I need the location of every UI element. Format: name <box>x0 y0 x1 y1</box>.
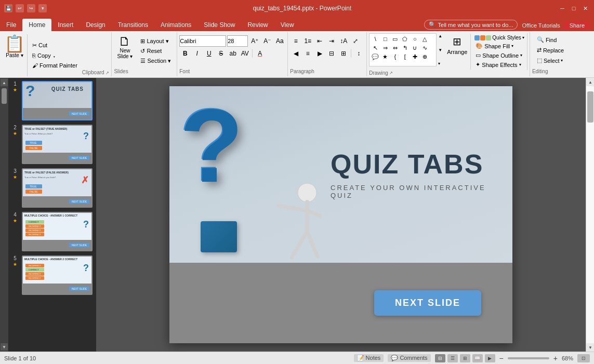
maximize-btn[interactable]: □ <box>569 4 578 13</box>
italic-btn[interactable]: I <box>191 48 203 59</box>
zoom-out-icon[interactable]: − <box>499 354 504 362</box>
zoom-slider[interactable] <box>508 357 549 359</box>
thumb-scroll-down[interactable]: ▼ <box>1 343 8 350</box>
tab-file[interactable]: File <box>0 19 22 31</box>
shape-rect-btn[interactable]: □ <box>380 35 390 43</box>
shape-arrow-btn[interactable]: ↖ <box>371 44 380 52</box>
slide-thumb-2[interactable]: 2 ★ TRUE or FALSE? (TRUE ANSWER) True or… <box>9 124 95 165</box>
notes-btn[interactable]: 📝 Notes <box>354 354 384 362</box>
outline-view-btn[interactable]: ☰ <box>447 354 458 362</box>
shape-gallery-more[interactable]: ▾ <box>438 61 443 66</box>
minimize-btn[interactable]: ─ <box>558 4 567 13</box>
format-painter-btn[interactable]: 🖌 Format Painter <box>30 61 80 70</box>
linespacing-btn[interactable]: ↕ <box>353 48 364 59</box>
shape-rounded-rect-btn[interactable]: ▭ <box>390 35 400 43</box>
shape-cross-btn[interactable]: ✚ <box>410 52 419 61</box>
shape-circle-btn[interactable]: ○ <box>410 35 419 43</box>
tab-slideshow[interactable]: Slide Show <box>197 19 241 31</box>
select-btn[interactable]: ⬚ Select ▾ <box>534 56 566 65</box>
strikethrough-btn[interactable]: S <box>215 48 227 59</box>
tab-animations[interactable]: Animations <box>154 19 197 31</box>
font-size-input[interactable] <box>227 35 248 47</box>
tab-design[interactable]: Design <box>80 19 111 31</box>
shape-snip-btn[interactable]: ⬠ <box>400 35 410 43</box>
next-slide-button[interactable]: NEXT SLIDE <box>374 290 481 316</box>
shape-fill-btn[interactable]: 🎨 Shape Fill ▾ <box>473 42 526 50</box>
bullet-list-btn[interactable]: ≡ <box>290 35 301 47</box>
paste-btn[interactable]: 📋 <box>4 35 25 52</box>
slide-thumb-1[interactable]: 1 ★ ? QUIZ TABS NEXT SLIDE <box>9 80 95 122</box>
reset-btn[interactable]: ↺ Reset <box>138 47 174 56</box>
tell-me-box[interactable]: 🔍 Tell me what you want to do... <box>424 20 518 30</box>
shape-brace-btn[interactable]: { <box>390 52 400 61</box>
tab-home[interactable]: Home <box>22 19 51 31</box>
copy-btn[interactable]: ⎘ Copy ▾ <box>30 51 80 60</box>
shape-bracket-btn[interactable]: [ <box>400 52 410 61</box>
font-grow-btn[interactable]: A⁺ <box>249 35 260 47</box>
underline-btn[interactable]: U <box>203 48 215 59</box>
thumb-scroll-handle[interactable] <box>2 88 7 104</box>
shape-star-btn[interactable]: ★ <box>380 52 390 61</box>
columns-btn[interactable]: ⊞ <box>338 48 349 59</box>
reading-view-btn[interactable]: 📖 <box>472 354 483 362</box>
section-btn[interactable]: ☰ Section ▾ <box>138 57 174 65</box>
canvas-scroll-up-btn[interactable]: ▲ <box>586 78 594 86</box>
charspacing-btn[interactable]: AV <box>239 48 250 59</box>
undo-icon[interactable]: ↩ <box>16 4 24 12</box>
slide-thumb-5[interactable]: 5 ★ MULTIPLE CHOICE - ANSWER 2 CORRECT I… <box>9 254 95 296</box>
align-center-btn[interactable]: ≡ <box>302 48 313 59</box>
shape-outline-btn[interactable]: ▭ Shape Outline ▾ <box>473 51 526 60</box>
redo-icon[interactable]: ↪ <box>27 4 35 12</box>
normal-view-btn[interactable]: ⊟ <box>435 354 445 362</box>
text-direction-btn[interactable]: ↕A <box>338 35 349 47</box>
shape-triangle-btn[interactable]: △ <box>420 35 429 43</box>
slide-sorter-btn[interactable]: ⊞ <box>460 354 470 362</box>
bold-btn[interactable]: B <box>179 48 191 59</box>
tab-review[interactable]: Review <box>241 19 274 31</box>
shape-freeform-btn[interactable]: ∿ <box>420 44 429 52</box>
arrange-btn[interactable]: ⊞ Arrange <box>444 33 471 70</box>
shape-bend-btn[interactable]: ↰ <box>400 44 410 52</box>
shape-misc-btn[interactable]: ⊕ <box>420 52 429 61</box>
zoom-in-icon[interactable]: + <box>553 354 558 362</box>
shape-dbl-arrow-btn[interactable]: ⇔ <box>390 44 400 52</box>
layout-btn[interactable]: ⊞ Layout ▾ <box>138 37 174 46</box>
save-icon[interactable]: 💾 <box>4 4 12 12</box>
increase-indent-btn[interactable]: ⇥ <box>326 35 337 47</box>
shape-line-btn[interactable]: \ <box>371 35 380 43</box>
shape-arrow2-btn[interactable]: ⇒ <box>380 44 390 52</box>
cut-btn[interactable]: ✂ Cut <box>30 41 80 50</box>
align-left-btn[interactable]: ◀ <box>290 48 301 59</box>
thumb-scroll-up[interactable]: ▲ <box>1 79 8 86</box>
shape-curve-btn[interactable]: ∪ <box>410 44 419 52</box>
shape-effects-btn[interactable]: ✦ Shape Effects ▾ <box>473 60 526 69</box>
slideshow-view-btn[interactable]: ▶ <box>485 354 495 362</box>
find-btn[interactable]: 🔍 Find <box>534 35 566 44</box>
canvas-scroll-handle[interactable] <box>587 91 593 123</box>
smallcaps-btn[interactable]: ab <box>227 48 239 59</box>
numbered-list-btn[interactable]: 1≡ <box>302 35 313 47</box>
shape-gallery-up[interactable]: ▲ <box>438 33 443 39</box>
convert-smartart-btn[interactable]: ⤢ <box>350 35 361 47</box>
tab-view[interactable]: View <box>274 19 300 31</box>
replace-btn[interactable]: ⇄ Replace <box>534 46 566 55</box>
shape-gallery-down[interactable]: ▼ <box>438 47 443 53</box>
align-right-btn[interactable]: ▶ <box>314 48 325 59</box>
slide-thumb-3[interactable]: 3 ★ TRUE or FALSE? (FALSE ANSWER) True o… <box>9 167 95 209</box>
customize-icon[interactable]: ▾ <box>38 4 47 12</box>
comments-btn[interactable]: 💬 Comments <box>388 354 430 362</box>
clear-format-btn[interactable]: Aa <box>274 35 285 47</box>
font-color-btn[interactable]: A <box>254 48 266 59</box>
justify-btn[interactable]: ⊟ <box>326 48 337 59</box>
slide-thumb-4[interactable]: 4 ★ MULTIPLE CHOICE - ANSWER 1 CORRECT C… <box>9 211 95 252</box>
fit-to-window-btn[interactable]: ⊡ <box>577 354 590 362</box>
office-tutorials-btn[interactable]: Office Tutorials <box>522 22 560 29</box>
close-btn[interactable]: ✕ <box>580 4 590 13</box>
paste-dropdown-btn[interactable]: Paste ▾ <box>6 52 23 58</box>
tab-insert[interactable]: Insert <box>51 19 80 31</box>
canvas-scroll-down-btn[interactable]: ▼ <box>586 343 594 352</box>
shape-callout-btn[interactable]: 💬 <box>371 52 380 61</box>
new-slide-btn[interactable]: 🗋 New Slide ▾ <box>114 33 136 69</box>
tab-transitions[interactable]: Transitions <box>112 19 154 31</box>
quick-styles-btn[interactable]: Quick Styles ▾ <box>473 34 526 41</box>
